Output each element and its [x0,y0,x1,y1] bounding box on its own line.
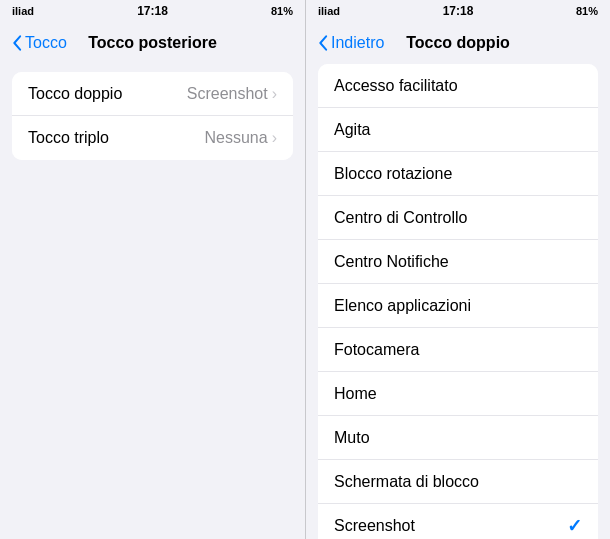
left-nav-bar: Tocco Tocco posteriore [0,22,305,64]
right-nav-title: Tocco doppio [406,34,510,52]
list-item-tocco-triplo[interactable]: Tocco triplo Nessuna › [12,116,293,160]
right-battery: 81% [576,5,598,17]
right-list-item-label: Home [334,385,377,403]
left-back-chevron-icon [12,35,22,51]
right-back-button[interactable]: Indietro [318,34,384,52]
right-list-item[interactable]: Fotocamera [318,328,598,372]
right-list-item[interactable]: Accesso facilitato [318,64,598,108]
left-time: 17:18 [137,4,168,18]
left-battery: 81% [271,5,293,17]
list-item-label-doppio: Tocco doppio [28,85,122,103]
right-list-item[interactable]: Centro di Controllo [318,196,598,240]
right-status-bar: iliad 17:18 81% [306,0,610,22]
checkmark-icon: ✓ [567,515,582,537]
right-list-item[interactable]: Agita [318,108,598,152]
right-list-item-label: Centro Notifiche [334,253,449,271]
right-list-item-label: Fotocamera [334,341,419,359]
left-back-button[interactable]: Tocco [12,34,67,52]
right-list-item[interactable]: Home [318,372,598,416]
left-right-icons: 81% [271,5,293,17]
right-nav-bar: Indietro Tocco doppio [306,22,610,64]
right-list-item-label: Accesso facilitato [334,77,458,95]
right-list-item-label: Centro di Controllo [334,209,467,227]
right-list-item-label: Blocco rotazione [334,165,452,183]
list-item-label-triplo: Tocco triplo [28,129,109,147]
chevron-icon-doppio: › [272,85,277,103]
right-panel: iliad 17:18 81% Indietro Tocco doppio Ac… [305,0,610,539]
chevron-icon-triplo: › [272,129,277,147]
right-list-item-label: Schermata di blocco [334,473,479,491]
left-list-section: Tocco doppio Screenshot › Tocco triplo N… [12,72,293,160]
right-list-section: Accesso facilitatoAgitaBlocco rotazioneC… [318,64,598,539]
right-list-item-label: Muto [334,429,370,447]
right-list-item[interactable]: Schermata di blocco [318,460,598,504]
right-list-item[interactable]: Blocco rotazione [318,152,598,196]
list-item-value-triplo: Nessuna [205,129,268,147]
right-right-icons: 81% [576,5,598,17]
right-list-scroll[interactable]: Accesso facilitatoAgitaBlocco rotazioneC… [306,64,610,539]
left-carrier: iliad [12,5,34,17]
right-back-chevron-icon [318,35,328,51]
right-carrier: iliad [318,5,340,17]
right-list-container: Accesso facilitatoAgitaBlocco rotazioneC… [318,64,598,539]
right-list-item[interactable]: Elenco applicazioni [318,284,598,328]
list-item-right-doppio: Screenshot › [187,85,277,103]
right-list-item-label: Agita [334,121,370,139]
list-item-right-triplo: Nessuna › [205,129,277,147]
left-nav-title: Tocco posteriore [88,34,217,52]
list-item-value-doppio: Screenshot [187,85,268,103]
right-back-label: Indietro [331,34,384,52]
right-time: 17:18 [443,4,474,18]
left-back-label: Tocco [25,34,67,52]
left-panel: iliad 17:18 81% Tocco Tocco posteriore T… [0,0,305,539]
list-item-tocco-doppio[interactable]: Tocco doppio Screenshot › [12,72,293,116]
right-list-item[interactable]: Muto [318,416,598,460]
right-list-item[interactable]: Screenshot✓ [318,504,598,539]
right-list-item-label: Elenco applicazioni [334,297,471,315]
left-status-bar: iliad 17:18 81% [0,0,305,22]
right-list-item-label: Screenshot [334,517,415,535]
right-list-item[interactable]: Centro Notifiche [318,240,598,284]
